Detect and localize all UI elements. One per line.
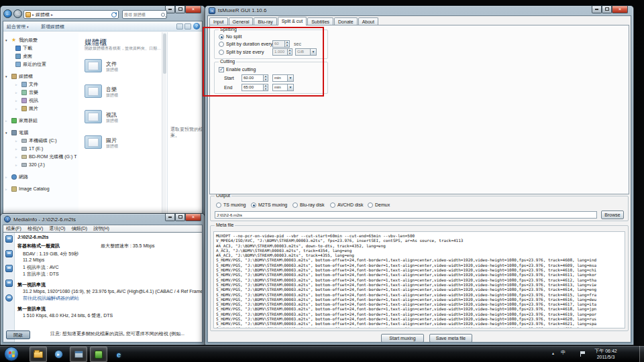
info-icon[interactable] <box>5 294 13 302</box>
breadcrumb-chevron-icon: ▸ <box>32 12 34 17</box>
tsmuxer-titlebar[interactable]: ts tsMuxeR GUI 1.10.6 <box>205 6 633 15</box>
sidebar-item-recent-places[interactable]: 最近的位置 <box>15 60 46 68</box>
search-box[interactable] <box>122 10 167 19</box>
desktop: × ← → ▸ 媒體櫃 ▸ 組合管理 ▾ 新增媒體櫃 ? <box>0 0 644 362</box>
show-preview-pane-button[interactable] <box>184 23 191 29</box>
mediainfo-caption-buttons: × <box>165 214 201 221</box>
tsmuxer-minimize-button[interactable] <box>592 6 602 13</box>
sidebar-item-drive-g[interactable]: ▹BD-ROM 光碟機 (G:) T <box>15 153 77 160</box>
sidebar-item-pictures[interactable]: ▹圖片 <box>15 105 38 112</box>
menu-debug[interactable]: 偵錯(D) <box>71 225 87 232</box>
sidebar-item-network[interactable]: ▹網路 <box>5 173 28 180</box>
mediainfo-close-button[interactable]: × <box>185 214 201 221</box>
sidebar-item-drive-e[interactable]: ▹1T (E:) <box>15 145 43 152</box>
expand-icon[interactable]: ▹ <box>5 187 9 191</box>
export-icon[interactable] <box>5 265 13 272</box>
taskbar-app-media-player[interactable]: ▸ <box>50 347 67 362</box>
video-codec-website-link[interactable]: 前往此視訊編解碼器的網站 <box>23 295 79 302</box>
scrollbar[interactable] <box>162 32 166 215</box>
tsmuxer-maximize-button[interactable] <box>602 6 612 13</box>
open-button[interactable]: 開啟 <box>6 330 30 339</box>
breadcrumb[interactable]: 媒體櫃 <box>36 11 50 18</box>
output-bluray-option[interactable]: Blu-ray disk <box>292 202 325 208</box>
browse-button[interactable]: Browse <box>601 210 624 219</box>
sidebar-item-documents[interactable]: ▹文件 <box>15 80 38 88</box>
sidebar-item-libraries[interactable]: ▾媒體櫃 <box>5 72 33 80</box>
taskbar-app-mediainfo[interactable] <box>90 347 107 362</box>
explorer-navigation-row: ← → ▸ 媒體櫃 ▸ <box>1 9 205 19</box>
address-bar[interactable]: ▸ 媒體櫃 ▸ <box>23 10 119 19</box>
help-button[interactable]: ? <box>193 23 200 29</box>
output-group: Output TS muxing M2TS muxing Blu-ray dis… <box>210 196 629 221</box>
start-muxing-button[interactable]: Start muxing <box>381 334 424 343</box>
pictures-icon <box>21 106 27 111</box>
sidebar-item-favorites[interactable]: ▾★我的最愛 <box>5 36 38 44</box>
expand-icon[interactable]: ▾ <box>5 131 9 135</box>
radio-ts-muxing[interactable] <box>216 202 221 208</box>
expand-icon[interactable]: ▾ <box>5 38 9 42</box>
max-overall-bitrate: 最大整體速率 : 35.5 Mbps <box>101 243 155 249</box>
file-list-pane: 媒體櫃 開啟媒體櫃查看檔案，並依資料夾、日期和其他... 文件 媒體櫃 音樂 媒… <box>79 32 162 215</box>
expand-icon[interactable]: ▹ <box>5 175 9 179</box>
scrollbar-thumb[interactable] <box>163 34 166 74</box>
sidebar-item-music[interactable]: ▹音樂 <box>15 88 38 96</box>
start-button[interactable] <box>4 347 19 361</box>
output-avchd-option[interactable]: AVCHD disk <box>330 202 363 208</box>
taskbar-clock[interactable]: 下午 06:42 2011/5/3 <box>586 348 625 360</box>
tab-split-cut[interactable]: Split & cut <box>278 17 307 25</box>
output-ts-option[interactable]: TS muxing <box>216 202 246 208</box>
radio-m2ts-muxing[interactable] <box>251 202 256 208</box>
output-m2ts-option[interactable]: M2TS muxing <box>251 202 287 208</box>
open-file-icon[interactable] <box>5 235 13 243</box>
expand-icon[interactable]: ▹ <box>15 147 19 151</box>
change-view-button[interactable] <box>176 23 183 29</box>
expand-icon[interactable]: ▹ <box>15 107 19 111</box>
output-path-input[interactable] <box>215 211 597 219</box>
menu-view[interactable]: 檢視(V) <box>28 225 43 232</box>
back-button[interactable]: ← <box>3 9 12 18</box>
refresh-icon[interactable] <box>111 12 117 17</box>
radio-bluray-disk[interactable] <box>292 202 298 208</box>
taskbar-app-browser[interactable]: e <box>110 347 127 362</box>
mediainfo-minimize-button[interactable] <box>165 214 175 221</box>
forward-button[interactable]: → <box>13 9 22 18</box>
sidebar-item-desktop[interactable]: 桌面 <box>15 52 32 60</box>
output-demux-option[interactable]: Demux <box>368 202 390 208</box>
sidebar-item-drive-c[interactable]: ▹本機磁碟 (C:) <box>15 137 57 144</box>
save-meta-file-button[interactable]: Save meta file <box>429 334 472 343</box>
taskbar-app-explorer[interactable] <box>30 347 47 362</box>
search-input[interactable] <box>124 13 158 17</box>
recent-places-icon <box>15 62 21 67</box>
radio-avchd-disk[interactable] <box>330 202 335 208</box>
expand-icon[interactable]: ▹ <box>15 163 19 167</box>
expand-icon[interactable]: ▹ <box>15 155 19 159</box>
organize-menu[interactable]: 組合管理 ▾ <box>7 23 28 30</box>
sidebar-item-homegroup[interactable]: ▹家用群組 <box>5 117 38 124</box>
open-disc-icon[interactable] <box>5 250 13 257</box>
sidebar-item-image-catalog[interactable]: ▹Image Catalog <box>5 185 50 192</box>
mediainfo-maximize-button[interactable] <box>175 214 185 221</box>
expand-icon[interactable]: ▹ <box>15 99 19 103</box>
meta-file-text[interactable]: MUXOPT --no-pcr-on-video-pid --vbr --cut… <box>213 231 625 328</box>
expand-icon[interactable]: ▾ <box>5 74 9 78</box>
expand-icon[interactable]: ▹ <box>5 119 9 123</box>
new-library-button[interactable]: 新增媒體櫃 <box>41 23 64 30</box>
taskbar-app-tsmuxer[interactable] <box>70 347 87 362</box>
menu-options[interactable]: 選項(O) <box>49 225 65 232</box>
meta-line: S_HDMV/PGS, "J:\BDMV\STREAM\00003.m2ts",… <box>216 306 623 311</box>
show-desktop-button[interactable] <box>639 346 644 362</box>
sidebar-item-downloads[interactable]: 下載 <box>15 44 32 52</box>
radio-demux[interactable] <box>368 202 373 208</box>
expand-icon[interactable]: ▹ <box>15 139 19 143</box>
sidebar-item-videos[interactable]: ▹視訊 <box>15 97 38 104</box>
ime-indicator[interactable]: 中 <box>561 349 566 356</box>
sidebar-item-computer[interactable]: ▾電腦 <box>5 129 28 136</box>
settings-icon[interactable] <box>5 280 13 287</box>
menu-file[interactable]: 檔案(F) <box>6 225 21 232</box>
tray-expand-icon[interactable]: ▲ <box>551 351 555 355</box>
sidebar-item-drive-j[interactable]: ▹320 (J:) <box>15 161 45 168</box>
tsmuxer-close-button[interactable]: × <box>612 6 628 13</box>
menu-help[interactable]: 說明(H) <box>93 225 109 232</box>
expand-icon[interactable]: ▹ <box>15 82 19 86</box>
expand-icon[interactable]: ▹ <box>15 90 19 95</box>
